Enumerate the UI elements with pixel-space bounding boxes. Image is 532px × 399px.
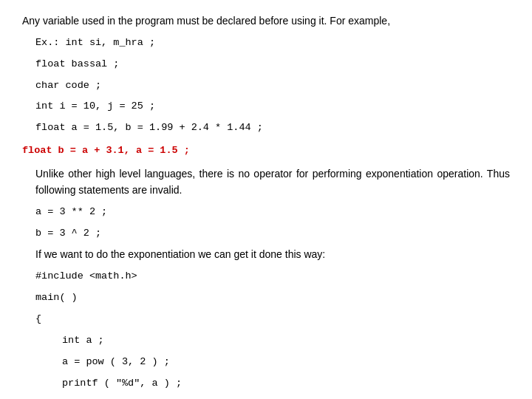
- code-include: #include <math.h>: [35, 269, 510, 284]
- main-content: Any variable used in the program must be…: [0, 0, 532, 399]
- init-int: int i = 10, j = 25 ;: [35, 99, 510, 115]
- example-block: Ex.: int si, m_hra ; float bassal ; char…: [22, 35, 510, 94]
- code-int-a: int a ;: [62, 333, 510, 349]
- highlighted-section: float b = a + 3.1, a = 1.5 ;: [22, 143, 510, 159]
- example-label: Ex.: int si, m_hra ;: [35, 35, 510, 51]
- code-a-pow-func: a = pow ( 3, 2 ) ;: [62, 355, 510, 370]
- code-a-pow: a = 3 ** 2 ;: [35, 205, 510, 220]
- explanation-block: Unlike other high level languages, there…: [22, 166, 510, 399]
- code-printf: printf ( "%d", a ) ;: [62, 376, 510, 392]
- code-b-xor: b = 3 ^ 2 ;: [35, 226, 510, 242]
- code-if-want: If we want to do the exponentiation we c…: [35, 247, 510, 263]
- init-float: float a = 1.5, b = 1.99 + 2.4 * 1.44 ;: [35, 120, 510, 136]
- para-unlike: Unlike other high level languages, there…: [35, 166, 510, 198]
- init-block: int i = 10, j = 25 ; float a = 1.5, b = …: [22, 99, 510, 136]
- example-char: char code ;: [35, 78, 510, 94]
- example-float: float bassal ;: [35, 57, 510, 72]
- highlighted-line: float b = a + 3.1, a = 1.5 ;: [22, 143, 510, 159]
- intro-text: Any variable used in the program must be…: [22, 13, 510, 30]
- code-main: main( ): [35, 290, 510, 306]
- code-brace-open: {: [35, 312, 510, 327]
- main-body: int a ; a = pow ( 3, 2 ) ; printf ( "%d"…: [35, 333, 510, 392]
